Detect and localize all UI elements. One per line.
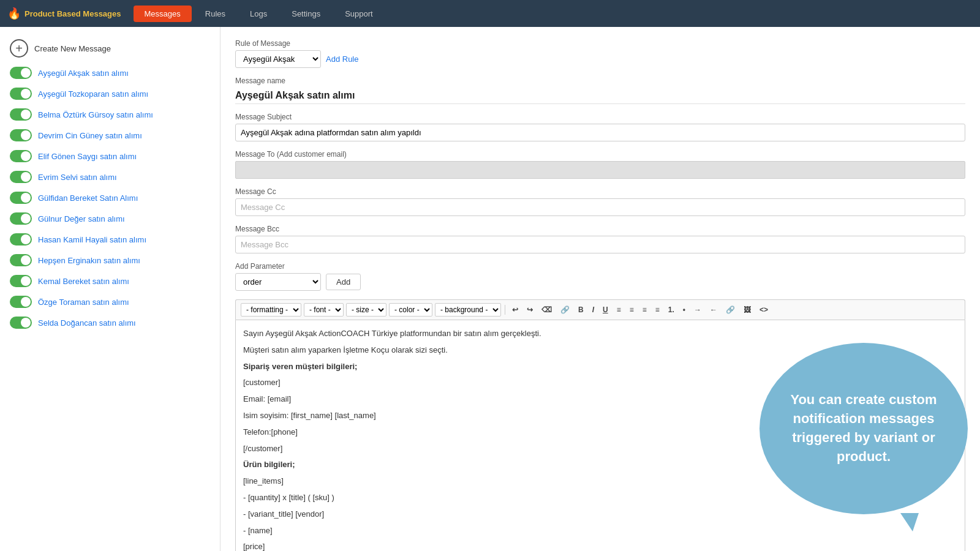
source-button[interactable]: <> (756, 304, 771, 315)
app-logo: 🔥 Product Based Messages (7, 7, 131, 20)
toggle[interactable] (10, 129, 32, 141)
sidebar-item-label[interactable]: Devrim Cin Güney satın alımı (38, 131, 142, 140)
message-name-value: Ayşegül Akşak satın alımı (235, 88, 965, 104)
underline-button[interactable]: U (600, 304, 611, 315)
nav-tab-support[interactable]: Support (334, 6, 384, 22)
message-name-label: Message name (235, 77, 965, 85)
message-cc-label: Message Cc (235, 187, 965, 196)
ordered-list-button[interactable]: 1. (665, 304, 677, 315)
create-new-button[interactable]: + Create New Message (0, 34, 220, 62)
bold-button[interactable]: B (575, 304, 587, 315)
message-to-section: Message To (Add customer email) ████████… (235, 150, 965, 179)
toggle[interactable] (10, 150, 32, 162)
toggle[interactable] (10, 88, 32, 100)
italic-button[interactable]: I (589, 304, 597, 315)
sidebar-item-label[interactable]: Ayşegül Tozkoparan satın alımı (38, 89, 148, 99)
align-justify-button[interactable]: ≡ (652, 304, 663, 315)
sidebar-item-label[interactable]: Hepşen Erginakın satın alımı (38, 256, 140, 265)
editor-line: Sayın Ayşegül Akşak ActionCOACH Türkiye … (243, 328, 957, 340)
sidebar-item-label[interactable]: Elif Gönen Saygı satın alımı (38, 152, 137, 161)
add-rule-link[interactable]: Add Rule (326, 54, 358, 64)
content-area: Rule of Message Ayşegül Akşak Add Rule M… (221, 27, 980, 551)
redo-button[interactable]: ↪ (524, 304, 536, 315)
list-item[interactable]: Belma Öztürk Gürsoy satın alımı (0, 104, 220, 125)
sidebar-item-label[interactable]: Hasan Kamil Hayali satın alımı (38, 235, 146, 244)
nav-tabs: MessagesRulesLogsSettingsSupport (134, 6, 384, 22)
toggle[interactable] (10, 317, 32, 329)
message-bcc-input[interactable] (235, 236, 965, 253)
toggle[interactable] (10, 67, 32, 79)
font-select[interactable]: - font - (304, 303, 344, 317)
list-item[interactable]: Hepşen Erginakın satın alımı (0, 250, 220, 271)
list-item[interactable]: Hasan Kamil Hayali satın alımı (0, 229, 220, 250)
app-title: Product Based Messages (24, 9, 121, 18)
link-button[interactable]: 🔗 (723, 304, 738, 315)
rule-select[interactable]: Ayşegül Akşak (235, 50, 321, 68)
sidebar-item-label[interactable]: Evrim Selvi satın alımı (38, 173, 117, 182)
list-item[interactable]: Selda Doğancan satın alımı (0, 312, 220, 333)
toggle[interactable] (10, 108, 32, 121)
formatting-select[interactable]: - formatting - (241, 303, 301, 317)
add-parameter-section: Add Parameter order Add (235, 262, 965, 291)
toggle[interactable] (10, 254, 32, 266)
list-item[interactable]: Gülnur Değer satın alımı (0, 208, 220, 229)
toggle[interactable] (10, 192, 32, 204)
sidebar-item-label[interactable]: Gülnur Değer satın alımı (38, 214, 125, 223)
nav-tab-logs[interactable]: Logs (239, 6, 278, 22)
unlink-button[interactable]: 🔗 (557, 304, 573, 315)
toggle[interactable] (10, 275, 32, 287)
rule-of-message-label: Rule of Message (235, 39, 965, 48)
nav-tab-settings[interactable]: Settings (281, 6, 331, 22)
unordered-list-button[interactable]: • (680, 304, 688, 315)
message-subject-label: Message Subject (235, 113, 965, 121)
nav-tab-rules[interactable]: Rules (194, 6, 236, 22)
message-subject-input[interactable] (235, 124, 965, 141)
align-right-button[interactable]: ≡ (639, 304, 650, 315)
indent-button[interactable]: → (691, 304, 704, 315)
list-item[interactable]: Ayşegül Akşak satın alımı (0, 62, 220, 83)
message-bcc-label: Message Bcc (235, 225, 965, 233)
toggle[interactable] (10, 171, 32, 183)
create-icon: + (10, 39, 28, 58)
sidebar-item-label[interactable]: Gülfidan Bereket Satın Alımı (38, 193, 138, 203)
remove-format-button[interactable]: ⌫ (538, 304, 555, 315)
message-to-label: Message To (Add customer email) (235, 150, 965, 159)
list-item[interactable]: Gülfidan Bereket Satın Alımı (0, 187, 220, 208)
color-select[interactable]: - color - (389, 303, 432, 317)
editor-line: - [name] (243, 525, 957, 538)
outdent-button[interactable]: ← (707, 304, 720, 315)
sidebar-item-label[interactable]: Selda Doğancan satın alımı (38, 318, 136, 328)
toggle[interactable] (10, 233, 32, 246)
toggle[interactable] (10, 296, 32, 308)
add-parameter-button[interactable]: Add (326, 274, 361, 290)
image-button[interactable]: 🖼 (741, 304, 754, 315)
sidebar-item-label[interactable]: Özge Toraman satın alımı (38, 298, 129, 307)
list-item[interactable]: Evrim Selvi satın alımı (0, 167, 220, 187)
background-select[interactable]: - background - (435, 303, 501, 317)
editor-toolbar: - formatting - - font - - size - - color… (235, 299, 965, 320)
logo-icon: 🔥 (7, 7, 21, 20)
message-cc-input[interactable] (235, 198, 965, 216)
list-item[interactable]: Kemal Bereket satın alımı (0, 271, 220, 291)
parameter-select[interactable]: order (235, 273, 321, 291)
main-layout: + Create New Message Ayşegül Akşak satın… (0, 27, 980, 551)
toolbar-divider-1 (505, 305, 505, 315)
sidebar-item-label[interactable]: Ayşegül Akşak satın alımı (38, 69, 129, 78)
list-item[interactable]: Devrim Cin Güney satın alımı (0, 125, 220, 146)
list-item[interactable]: Ayşegül Tozkoparan satın alımı (0, 83, 220, 104)
message-to-input[interactable]: ██████████████████████████████████ (235, 161, 965, 179)
nav-tab-messages[interactable]: Messages (134, 6, 192, 22)
align-left-button[interactable]: ≡ (614, 304, 624, 315)
rule-of-message-section: Rule of Message Ayşegül Akşak Add Rule (235, 39, 965, 68)
create-new-label: Create New Message (34, 44, 111, 53)
size-select[interactable]: - size - (346, 303, 386, 317)
list-item[interactable]: Elif Gönen Saygı satın alımı (0, 146, 220, 167)
list-item[interactable]: Özge Toraman satın alımı (0, 291, 220, 312)
message-subject-section: Message Subject (235, 113, 965, 141)
toggle[interactable] (10, 212, 32, 225)
sidebar-item-label[interactable]: Kemal Bereket satın alımı (38, 277, 129, 286)
message-cc-section: Message Cc (235, 187, 965, 216)
undo-button[interactable]: ↩ (509, 304, 521, 315)
align-center-button[interactable]: ≡ (627, 304, 637, 315)
sidebar-item-label[interactable]: Belma Öztürk Gürsoy satın alımı (38, 110, 153, 119)
